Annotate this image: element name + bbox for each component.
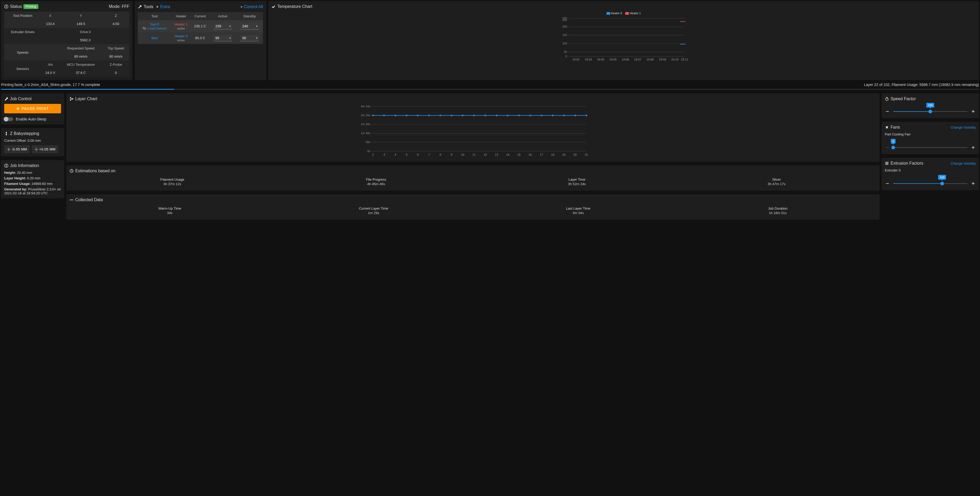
svg-point-56	[462, 114, 463, 116]
tool0-active-input[interactable]	[213, 23, 232, 29]
svg-point-62	[530, 114, 531, 116]
info-icon	[4, 5, 8, 9]
fan-slider[interactable]: 0	[893, 147, 967, 148]
temp-chart-title: Temperature Chart	[277, 4, 312, 9]
auto-sleep-toggle[interactable]	[4, 117, 13, 121]
fans-panel: FansChange Visibility Part Cooling Fan −…	[881, 122, 979, 154]
extrusion-factors-panel: Extrusion FactorsChange Visibility Extru…	[881, 158, 979, 190]
svg-text:0s: 0s	[367, 149, 370, 153]
collected-data-panel: Collected Data Warm-Up Time34sCurrent La…	[66, 194, 880, 219]
layer-chart: 4m 10s 3m 20s 2m 30s 1m 40s 50s 0s 23456…	[70, 104, 877, 158]
svg-point-90	[71, 200, 72, 200]
ext-minus[interactable]: −	[885, 180, 890, 187]
collected-item: Last Layer Time3m 34s	[566, 207, 590, 215]
svg-text:0: 0	[565, 55, 567, 58]
z-babystepping-panel: Z Babystepping Current Offset: 0.00 mm -…	[1, 128, 64, 156]
compress-icon	[7, 148, 11, 151]
control-all-link[interactable]: Control All	[244, 5, 263, 9]
svg-text:11: 11	[473, 153, 476, 156]
branch-icon	[70, 97, 74, 101]
wrench-icon	[4, 97, 8, 101]
svg-point-49	[383, 114, 385, 116]
speed-slider[interactable]: 100	[893, 111, 967, 112]
texture-icon	[885, 161, 889, 165]
svg-rect-93	[887, 97, 888, 98]
chart-line-icon	[271, 5, 276, 9]
svg-point-59	[496, 114, 497, 116]
extra-link[interactable]: Extra	[160, 5, 170, 9]
svg-text:21: 21	[585, 153, 588, 156]
svg-point-35	[72, 99, 73, 99]
progress-bar	[1, 89, 979, 90]
svg-text:250: 250	[562, 18, 567, 22]
svg-text:150: 150	[562, 33, 567, 37]
add-extra-icon[interactable]: +	[156, 4, 159, 10]
status-table: Tool PositionXYZ 133.4149.54.50 Extruder…	[4, 11, 129, 77]
speed-minus[interactable]: −	[885, 108, 890, 115]
svg-rect-32	[6, 165, 6, 165]
bed-active-input[interactable]	[213, 35, 232, 41]
ext-slider[interactable]: 100	[893, 183, 967, 184]
ext-plus[interactable]: +	[970, 180, 976, 187]
stopwatch-icon	[885, 97, 889, 101]
svg-text:100: 100	[562, 42, 567, 45]
svg-point-52	[417, 114, 418, 116]
svg-point-33	[70, 97, 71, 99]
speed-plus[interactable]: +	[970, 108, 976, 115]
heater-0-label[interactable]: Heater 0	[174, 34, 188, 38]
svg-text:19:08: 19:08	[646, 58, 654, 61]
svg-line-94	[887, 99, 888, 99]
chevron-down-icon[interactable]: ▼	[240, 6, 243, 8]
fan-icon	[885, 125, 889, 129]
status-badge: Printing	[24, 4, 38, 9]
svg-rect-28	[17, 108, 18, 110]
svg-point-57	[473, 114, 475, 116]
estimations-panel: Estimations based on Filament Usage3h 37…	[66, 165, 880, 191]
ext-change-visibility[interactable]: Change Visibility	[951, 162, 976, 165]
tool-0-link[interactable]: Tool 0	[150, 22, 159, 26]
svg-text:19:09: 19:09	[659, 58, 666, 61]
wrench-icon	[138, 5, 142, 9]
heater-1-label[interactable]: Heater 1	[174, 22, 188, 26]
baby-minus-button[interactable]: -0.05 MM	[4, 145, 30, 153]
fan-minus[interactable]: −	[885, 144, 890, 151]
speed-factor-panel: Speed Factor − 100 +	[881, 93, 979, 118]
svg-text:19:07: 19:07	[634, 58, 641, 61]
collected-item: Job Duration1h 16m 51s	[768, 207, 788, 215]
dots-icon	[70, 198, 74, 202]
tool0-standby-input[interactable]	[240, 23, 259, 29]
fans-change-visibility[interactable]: Change Visibility	[951, 126, 976, 129]
svg-text:19:10: 19:10	[671, 58, 679, 61]
svg-rect-1	[6, 6, 6, 8]
est-item: File Progress4h 45m 46s	[366, 178, 387, 186]
bed-standby-input[interactable]	[240, 35, 259, 41]
svg-point-60	[507, 114, 508, 116]
tools-table: ToolHeaterCurrentActiveStandby Tool 0T0 …	[138, 12, 263, 44]
temp-chart-panel: Temperature Chart Heater 0 Heater 1 260 …	[268, 1, 979, 80]
table-row: Tool 0T0 - Load Filament Heater 1active …	[138, 20, 263, 32]
est-item: Slicer3h 47m 17s	[768, 178, 786, 186]
svg-text:5: 5	[406, 153, 407, 156]
file-progress-bar: Printing faste_c-0.2mm_ASA_5h4m.gcode, 1…	[1, 80, 979, 88]
svg-text:20: 20	[573, 153, 576, 156]
svg-point-50	[395, 114, 396, 116]
svg-rect-31	[6, 165, 6, 167]
bed-link[interactable]: Bed	[151, 36, 158, 40]
pause-icon	[16, 107, 19, 110]
fan-plus[interactable]: +	[970, 144, 976, 151]
svg-point-89	[70, 200, 71, 200]
baby-plus-button[interactable]: +0.05 MM	[32, 145, 58, 153]
table-row: Bed Heater 0active 95.3 C	[138, 32, 263, 44]
svg-point-48	[372, 114, 374, 116]
load-filament-link[interactable]: Load Filament	[148, 27, 167, 30]
tools-title: Tools	[143, 5, 153, 9]
svg-point-58	[484, 114, 486, 116]
svg-text:19:03: 19:03	[585, 58, 592, 61]
svg-point-54	[439, 114, 441, 116]
file-progress-left: Printing faste_c-0.2mm_ASA_5h4m.gcode, 1…	[1, 83, 100, 87]
clock-icon	[70, 169, 74, 173]
svg-text:50: 50	[564, 50, 567, 53]
svg-text:13: 13	[495, 153, 498, 156]
file-progress-right: Layer 22 of 102, Filament Usage: 5586.7 …	[864, 83, 979, 87]
pause-print-button[interactable]: PAUSE PRINT	[4, 104, 61, 113]
